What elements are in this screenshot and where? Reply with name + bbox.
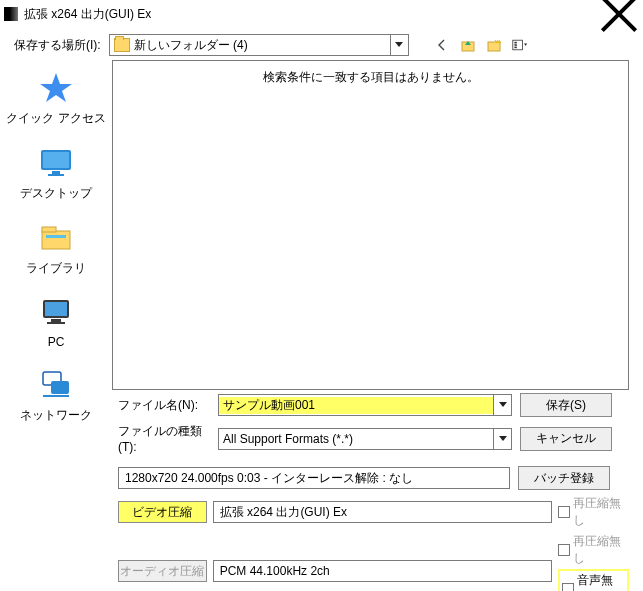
audio-codec-field[interactable]: PCM 44.100kHz 2ch	[213, 560, 553, 582]
places-bar: クイック アクセス デスクトップ ライブラリ PC ネットワーク	[0, 60, 112, 390]
svg-rect-1	[488, 42, 500, 51]
svg-rect-9	[48, 174, 64, 176]
svg-rect-5	[514, 47, 516, 49]
video-compress-button[interactable]: ビデオ圧縮	[118, 501, 207, 523]
filename-value: サンプル動画001	[219, 397, 493, 414]
network-icon	[36, 367, 76, 401]
place-quick-access[interactable]: クイック アクセス	[0, 70, 112, 127]
empty-message: 検索条件に一致する項目はありません。	[113, 69, 628, 86]
svg-rect-2	[512, 40, 522, 50]
svg-rect-11	[42, 227, 56, 232]
place-label: ネットワーク	[20, 407, 92, 424]
svg-rect-18	[51, 381, 69, 394]
folder-icon	[114, 38, 130, 52]
chevron-down-icon[interactable]	[390, 35, 408, 55]
video-no-recompress-check: 再圧縮無し	[558, 495, 629, 529]
app-icon	[4, 7, 18, 21]
video-codec-field[interactable]: 拡張 x264 出力(GUI) Ex	[213, 501, 553, 523]
filetype-label: ファイルの種類(T):	[118, 423, 210, 454]
filename-combo[interactable]: サンプル動画001	[218, 394, 512, 416]
svg-rect-16	[47, 322, 65, 324]
batch-register-button[interactable]: バッチ登録	[518, 466, 610, 490]
audio-compress-button[interactable]: オーディオ圧縮	[118, 560, 207, 582]
filetype-value: All Support Formats (*.*)	[219, 432, 493, 446]
place-label: クイック アクセス	[6, 110, 105, 127]
svg-rect-15	[51, 319, 61, 322]
up-folder-icon[interactable]	[459, 36, 477, 54]
window-title: 拡張 x264 出力(GUI) Ex	[24, 6, 599, 23]
save-in-label: 保存する場所(I):	[14, 37, 101, 54]
audio-no-recompress-check: 再圧縮無し	[558, 533, 629, 567]
close-button[interactable]	[599, 2, 639, 26]
place-label: デスクトップ	[20, 185, 92, 202]
back-icon[interactable]	[433, 36, 451, 54]
place-pc[interactable]: PC	[0, 295, 112, 349]
pc-icon	[36, 295, 76, 329]
checkbox-icon[interactable]	[562, 583, 574, 591]
desktop-icon	[36, 145, 76, 179]
no-audio-check[interactable]: 音声無し	[558, 569, 629, 591]
view-menu-icon[interactable]	[511, 36, 529, 54]
svg-rect-14	[45, 302, 67, 316]
filetype-combo[interactable]: All Support Formats (*.*)	[218, 428, 512, 450]
video-status-box: 1280x720 24.000fps 0:03 - インターレース解除 : なし	[118, 467, 510, 489]
library-icon	[36, 220, 76, 254]
svg-rect-4	[514, 44, 516, 46]
svg-rect-7	[43, 152, 69, 168]
chevron-down-icon[interactable]	[493, 429, 511, 449]
chevron-down-icon[interactable]	[493, 395, 511, 415]
file-list[interactable]: 検索条件に一致する項目はありません。	[112, 60, 629, 390]
save-in-combo[interactable]: 新しいフォルダー (4)	[109, 34, 409, 56]
quick-access-icon	[36, 70, 76, 104]
new-folder-icon[interactable]	[485, 36, 503, 54]
svg-rect-3	[514, 42, 516, 44]
save-button[interactable]: 保存(S)	[520, 393, 612, 417]
svg-rect-12	[46, 235, 66, 238]
filename-label: ファイル名(N):	[118, 397, 210, 414]
place-label: ライブラリ	[26, 260, 86, 277]
save-in-value: 新しいフォルダー (4)	[134, 37, 390, 54]
place-library[interactable]: ライブラリ	[0, 220, 112, 277]
place-network[interactable]: ネットワーク	[0, 367, 112, 424]
place-desktop[interactable]: デスクトップ	[0, 145, 112, 202]
svg-rect-10	[42, 231, 70, 249]
place-label: PC	[48, 335, 65, 349]
svg-rect-8	[52, 171, 60, 174]
cancel-button[interactable]: キャンセル	[520, 427, 612, 451]
